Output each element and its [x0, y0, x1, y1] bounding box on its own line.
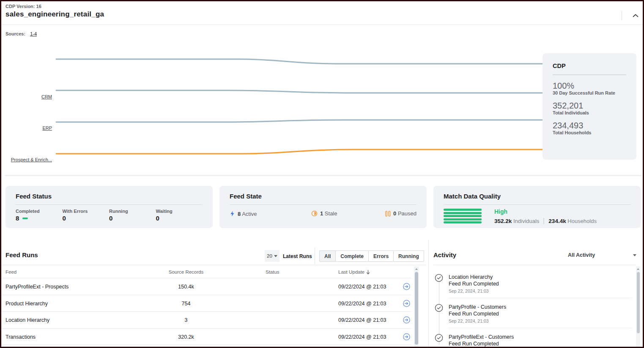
- flow-line-suppression: [56, 150, 543, 154]
- feed-status-running: Running 0: [109, 209, 156, 222]
- table-row[interactable]: Product Hierarchy 754 09/22/2024 @ 21:03: [1, 295, 411, 312]
- waiting-value: 0: [156, 215, 159, 222]
- flow-line-prospect: [56, 120, 543, 122]
- activity-scrollbar[interactable]: [636, 266, 640, 347]
- table-row[interactable]: Transactions 320.2k 09/22/2024 @ 21:03: [1, 329, 411, 345]
- page-size-select[interactable]: 20: [265, 250, 280, 262]
- individuals-label: Total Individuals: [553, 110, 626, 115]
- check-circle-icon: [435, 274, 443, 282]
- running-label: Running: [109, 209, 156, 214]
- feed-status-card: Feed Status Completed 8 With Errors 0 Ru…: [5, 186, 213, 228]
- feed-runs-title: Feed Runs: [5, 251, 38, 258]
- page-title: sales_engineering_retail_ga: [5, 10, 104, 19]
- cdp-stat-individuals: 352,201 Total Individuals: [553, 101, 626, 115]
- table-row[interactable]: PartyProfileExt - Prospects 150.4k 09/22…: [1, 278, 411, 295]
- cdp-version: CDP Version: 16: [5, 4, 41, 9]
- activity-filter-value: All Activity: [568, 252, 595, 258]
- arrow-circle-right-icon: [403, 316, 410, 324]
- source-records: 3: [141, 317, 231, 323]
- feed-state-paused: 0 Paused: [385, 210, 417, 217]
- active-count: 8: [238, 211, 241, 217]
- header-divider: [622, 11, 622, 20]
- collapse-panel-button[interactable]: [630, 11, 641, 20]
- open-run-button[interactable]: [403, 300, 410, 308]
- activity-item[interactable]: PartyProfile - Customers Feed Run Comple…: [433, 298, 636, 328]
- feed-state-active: 8 Active: [230, 210, 257, 217]
- column-header-feed[interactable]: Feed: [5, 269, 16, 275]
- with-errors-value: 0: [63, 215, 66, 222]
- filter-errors-button[interactable]: Errors: [368, 250, 394, 262]
- mq-divider: [543, 218, 544, 224]
- waiting-label: Waiting: [156, 209, 203, 214]
- feed-status-divider: [16, 204, 203, 205]
- activity-header-divider: [433, 265, 636, 265]
- column-header-last-update[interactable]: Last Update: [338, 269, 370, 275]
- sort-descending-icon: [366, 270, 370, 275]
- feed-state-divider: [230, 204, 417, 205]
- scrollbar-thumb[interactable]: [415, 272, 418, 345]
- filter-complete-button[interactable]: Complete: [335, 250, 369, 262]
- quality-meter-bars: [444, 209, 482, 223]
- open-run-button[interactable]: [403, 333, 410, 342]
- flow-line-crm: [56, 59, 543, 64]
- match-quality-divider: [444, 204, 630, 205]
- cdp-card-divider: [553, 74, 626, 75]
- activity-item-title: Location Hierarchy: [449, 274, 636, 280]
- cdp-stat-households: 234,493 Total Households: [553, 121, 626, 135]
- feed-name: PartyProfileExt - Prospects: [5, 284, 69, 290]
- caret-down-icon: [274, 255, 277, 257]
- open-run-button[interactable]: [403, 316, 410, 325]
- completed-label: Completed: [16, 209, 63, 214]
- mq-individuals-value: 352.2k: [494, 218, 512, 224]
- activity-timeline: Location Hierarchy Feed Run Completed Se…: [433, 268, 636, 347]
- feed-state-stale: 1 Stale: [311, 210, 337, 217]
- paused-label: Paused: [398, 210, 417, 217]
- activity-item-title: PartyProfile - Customers: [449, 304, 636, 310]
- check-circle-icon: [435, 304, 443, 312]
- scrollbar-thumb[interactable]: [637, 272, 640, 333]
- caret-down-icon: [633, 254, 636, 256]
- chevron-up-icon: [633, 14, 639, 17]
- flow-line-erp: [56, 90, 543, 93]
- activity-filter-select[interactable]: All Activity: [568, 252, 636, 258]
- completed-indicator-bar: [22, 218, 28, 219]
- match-quality-title: Match Data Quality: [444, 193, 630, 200]
- source-records: 320.2k: [141, 334, 231, 340]
- section-divider: [5, 175, 642, 176]
- households-value: 234,493: [553, 121, 626, 130]
- sources-range-link[interactable]: 1-4: [30, 31, 37, 36]
- match-quality-card: Match Data Quality High 352.2k Individua…: [433, 186, 641, 228]
- check-circle-icon: [435, 334, 443, 342]
- activity-item[interactable]: PartyProfileExt - Customers Feed Run Com…: [433, 328, 636, 347]
- feed-status-title: Feed Status: [16, 193, 203, 200]
- last-update: 09/22/2024 @ 21:03: [338, 334, 386, 340]
- active-label: Active: [242, 211, 257, 217]
- filter-all-button[interactable]: All: [319, 250, 336, 262]
- table-row[interactable]: Location Hierarchy 3 09/22/2024 @ 21:03: [1, 312, 411, 329]
- header-bottom-border: [1, 24, 644, 25]
- filter-running-button[interactable]: Running: [393, 250, 424, 262]
- column-header-status[interactable]: Status: [266, 269, 280, 275]
- feed-runs-filter-group: All Complete Errors Running: [320, 250, 424, 262]
- stale-label: Stale: [325, 210, 337, 217]
- pause-icon: [385, 211, 391, 217]
- arrow-circle-right-icon: [403, 300, 410, 307]
- page-size-value: 20: [267, 253, 272, 258]
- activity-title: Activity: [433, 251, 456, 258]
- activity-item-time: Sep 22, 2024, 21:03: [449, 318, 636, 324]
- open-run-button[interactable]: [403, 283, 410, 291]
- run-rate-label: 30 Day Successful Run Rate: [553, 90, 626, 95]
- feed-runs-scrollbar[interactable]: [414, 266, 419, 347]
- stale-half-circle-icon: [311, 210, 318, 217]
- cdp-version-label: CDP Version:: [5, 4, 35, 9]
- running-value: 0: [109, 215, 112, 222]
- with-errors-label: With Errors: [63, 209, 110, 214]
- last-update: 09/22/2024 @ 21:03: [338, 284, 386, 290]
- feed-name: Product Hierarchy: [5, 301, 48, 307]
- scroll-up-arrow-icon: [415, 268, 418, 270]
- column-header-source-records[interactable]: Source Records: [141, 269, 231, 275]
- activity-item[interactable]: Location Hierarchy Feed Run Completed Se…: [433, 268, 636, 298]
- panels-divider: [428, 240, 429, 347]
- sources-row: Sources: 1-4: [5, 31, 37, 36]
- cdp-card-title: CDP: [553, 63, 626, 69]
